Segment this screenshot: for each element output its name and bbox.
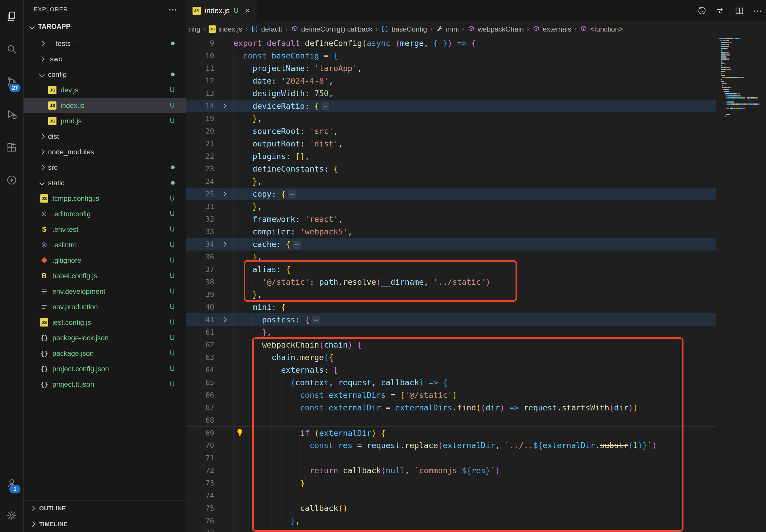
code-line[interactable]: 71 — [186, 452, 716, 464]
fold-chevron-icon[interactable] — [214, 100, 234, 112]
tree-file-tcmpp-config-js[interactable]: JStcmpp.config.jsU — [24, 191, 186, 206]
tree-file--env-test[interactable]: $.env.testU — [24, 222, 186, 237]
line-number[interactable]: 61 — [186, 326, 214, 338]
code-line[interactable]: 40 mini: { — [186, 301, 716, 313]
line-number[interactable]: 25 — [186, 188, 214, 200]
history-icon[interactable] — [697, 6, 707, 16]
split-editor-icon[interactable] — [734, 6, 744, 16]
lightbulb-icon[interactable] — [235, 428, 244, 441]
line-number[interactable]: 24 — [186, 175, 214, 188]
code-line[interactable]: 34 cache: {⋯ — [186, 238, 716, 251]
minimap[interactable] — [716, 37, 766, 532]
line-number[interactable]: 10 — [186, 49, 214, 62]
more-icon[interactable]: ⋯ — [753, 6, 762, 16]
code-line[interactable]: 25 copy: {⋯ — [186, 188, 716, 200]
code-line[interactable]: 21 outputRoot: 'dist', — [186, 137, 716, 150]
line-number[interactable]: 21 — [186, 137, 214, 150]
line-number[interactable]: 76 — [186, 514, 214, 527]
line-number[interactable]: 9 — [186, 37, 214, 49]
code-line[interactable]: 70 const res = request.replace(externalD… — [186, 439, 716, 452]
tree-folder-config[interactable]: config — [24, 67, 186, 82]
outline-panel-header[interactable]: OUTLINE — [24, 500, 186, 516]
tree-file-babel-config-js[interactable]: Bbabel.config.jsU — [24, 268, 186, 284]
line-number[interactable]: 75 — [186, 502, 214, 514]
extensions-icon[interactable] — [0, 131, 23, 164]
code-line[interactable]: 41 postcss: {⋯ — [186, 313, 716, 326]
line-number[interactable]: 23 — [186, 163, 214, 175]
code-line[interactable]: 74 — [186, 489, 716, 502]
line-number[interactable]: 64 — [186, 364, 214, 376]
line-number[interactable]: 11 — [186, 62, 214, 75]
tab-index-js[interactable]: JS index.js U ✕ — [186, 0, 257, 21]
code-line[interactable]: 72 return callback(null, `commonjs ${res… — [186, 464, 716, 477]
line-number[interactable]: 33 — [186, 225, 214, 238]
tree-file--eslintrc[interactable]: .eslintrcU — [24, 237, 186, 253]
tree-file-dev-js[interactable]: JSdev.jsU — [24, 82, 186, 98]
line-number[interactable]: 31 — [186, 200, 214, 213]
account-icon[interactable]: 1 — [0, 467, 23, 499]
code-line[interactable]: 62 webpackChain(chain) { — [186, 338, 716, 351]
line-number[interactable]: 38 — [186, 276, 214, 288]
code-line[interactable]: 14 deviceRatio: {⋯ — [186, 100, 716, 112]
line-number[interactable]: 37 — [186, 263, 214, 276]
code-line[interactable]: 63 chain.merge({ — [186, 351, 716, 364]
line-number[interactable]: 12 — [186, 75, 214, 87]
code-line[interactable]: 12 date: '2024-4-8', — [186, 75, 716, 87]
line-number[interactable]: 66 — [186, 389, 214, 401]
code-line[interactable]: 37 alias: { — [186, 263, 716, 276]
code-line[interactable]: 75 callback() — [186, 502, 716, 514]
tree-file-env-production[interactable]: env.productionU — [24, 299, 186, 315]
code-line[interactable]: 77 ] — [186, 527, 716, 532]
tree-folder-node-modules[interactable]: node_modules — [24, 144, 186, 160]
breadcrumb-mini[interactable]: mini — [435, 25, 459, 33]
line-number[interactable]: 72 — [186, 464, 214, 477]
code-line[interactable]: 19 }, — [186, 112, 716, 125]
tree-file-project-config-json[interactable]: {}project.config.jsonU — [24, 361, 186, 376]
code-line[interactable]: 31 }, — [186, 200, 716, 213]
code-line[interactable]: 36 }, — [186, 251, 716, 263]
search-icon[interactable] — [0, 33, 23, 65]
line-number[interactable]: 19 — [186, 112, 214, 125]
code-line[interactable]: 33 compiler: 'webpack5', — [186, 225, 716, 238]
tree-folder-static[interactable]: static — [24, 175, 186, 191]
line-number[interactable]: 14 — [186, 100, 214, 112]
tree-file-prod-js[interactable]: JSprod.jsU — [24, 113, 186, 129]
line-number[interactable]: 65 — [186, 376, 214, 389]
compare-icon[interactable] — [716, 6, 726, 16]
line-number[interactable]: 71 — [186, 452, 214, 464]
close-icon[interactable]: ✕ — [244, 7, 250, 15]
breadcrumb-defineconfig---callback[interactable]: defineConfig() callback — [291, 25, 372, 33]
breadcrumb-baseconfig[interactable]: baseConfig — [381, 25, 427, 33]
tree-file--editorconfig[interactable]: .editorconfigU — [24, 206, 186, 222]
tree-file-package-json[interactable]: {}package.jsonU — [24, 346, 186, 361]
line-number[interactable]: 69 — [186, 427, 214, 439]
code-line[interactable]: 22 plugins: [], — [186, 150, 716, 163]
line-number[interactable]: 13 — [186, 87, 214, 100]
code-line[interactable]: 11 projectName: 'taroApp', — [186, 62, 716, 75]
breadcrumb-nfig[interactable]: nfig — [189, 25, 201, 33]
run-debug-icon[interactable] — [0, 98, 23, 131]
line-number[interactable]: 36 — [186, 251, 214, 263]
code-line[interactable]: 13 designWidth: 750, — [186, 87, 716, 100]
code-line[interactable]: 20 sourceRoot: 'src', — [186, 125, 716, 137]
code-line[interactable]: 9export default defineConfig(async (merg… — [186, 37, 716, 49]
tree-file-jest-config-js[interactable]: JSjest.config.jsU — [24, 315, 186, 330]
breadcrumb-webpackchain[interactable]: webpackChain — [467, 25, 524, 33]
code-line[interactable]: 66 const externalDirs = ['@/static'] — [186, 389, 716, 401]
fold-chevron-icon[interactable] — [214, 313, 234, 326]
code-line[interactable]: 24 }, — [186, 175, 716, 188]
line-number[interactable]: 39 — [186, 288, 214, 301]
line-number[interactable]: 62 — [186, 338, 214, 351]
tree-file--gitignore[interactable]: .gitignoreU — [24, 253, 186, 268]
line-number[interactable]: 73 — [186, 477, 214, 489]
tree-folder-dist[interactable]: dist — [24, 129, 186, 144]
tree-folder---tests--[interactable]: __tests__ — [24, 36, 186, 51]
line-number[interactable]: 63 — [186, 351, 214, 364]
project-root-row[interactable]: TAROAPP — [24, 19, 186, 34]
code-line[interactable]: 32 framework: 'react', — [186, 213, 716, 225]
tree-file-index-js[interactable]: JSindex.jsU — [24, 98, 186, 113]
code-line[interactable]: 38 '@/static': path.resolve(__dirname, '… — [186, 276, 716, 288]
fold-chevron-icon[interactable] — [214, 188, 234, 200]
line-number[interactable]: 67 — [186, 401, 214, 414]
line-number[interactable]: 77 — [186, 527, 214, 532]
